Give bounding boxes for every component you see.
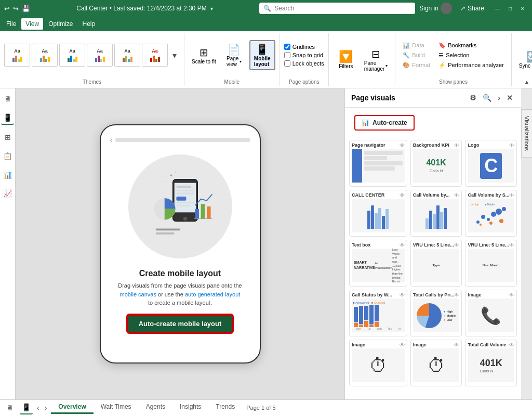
sidebar-mobile-icon[interactable]: 📱 [1,111,14,125]
gridlines-input[interactable] [284,44,290,50]
eye-icon-vru-1[interactable]: 👁 [454,242,459,248]
visual-total-calls[interactable]: 👁 Total Calls by Pri... ● High ● Middle … [410,290,462,336]
theme-5[interactable]: Aa [114,44,140,67]
performance-pane-btn[interactable]: ⚡ Performance analyzer [435,61,507,70]
visual-call-volume-s[interactable]: 👁 Call Volume by S... ● High ● Mobile [465,190,517,237]
search-input[interactable] [274,5,411,12]
theme-1[interactable]: Aa [4,44,30,67]
visual-text-box[interactable]: 👁 Text box SMART NARRATIVE At Visualizat… [349,240,407,287]
lock-objects-checkbox[interactable]: Lock objects [284,60,324,67]
filters-button[interactable]: 🔽 Filters [333,48,359,71]
auto-create-panel-button[interactable]: 📊 Auto-create [354,115,415,131]
tab-trends[interactable]: Trends [208,401,242,414]
eye-icon-call-volume[interactable]: 👁 [454,192,459,198]
themes-dropdown-btn[interactable]: ▾ [169,50,180,60]
sidebar-table-icon[interactable]: 📋 [1,150,14,162]
snap-to-grid-checkbox[interactable]: Snap to grid [284,52,324,58]
auto-create-chart-icon: 📊 [362,119,369,126]
selection-pane-btn[interactable]: ☰ Selection [435,51,507,60]
page-view-arrow[interactable]: ▾ [240,59,242,64]
visual-call-center[interactable]: 👁 CALL CENTER [349,190,407,237]
tab-overview[interactable]: Overview [51,401,93,414]
prev-page-button[interactable]: ‹ [35,403,42,413]
visual-call-status[interactable]: 👁 Call Status by W... ■ Answered ■ Queue… [349,290,407,336]
snap-to-grid-input[interactable] [284,52,290,58]
data-pane-btn[interactable]: 📊 Data [400,41,433,50]
eye-icon-vru-2[interactable]: 👁 [509,242,514,248]
menu-help[interactable]: Help [78,18,99,30]
sidebar-chart-icon[interactable]: 📈 [1,187,14,200]
visual-image-clock2[interactable]: 👁 Image ⏱ [410,340,462,386]
visual-logo[interactable]: 👁 Logo C [465,140,517,187]
eye-icon-total-volume[interactable]: 👁 [509,342,514,348]
undo-icon[interactable]: ↩ [4,5,10,12]
lock-objects-input[interactable] [284,60,290,67]
close-button[interactable]: ✕ [517,3,528,14]
search-bar[interactable]: 🔍 [259,3,415,14]
eye-icon-call-volume-s[interactable]: 👁 [509,192,514,198]
visual-page-navigator[interactable]: 👁 Page navigator [349,140,407,187]
user-avatar[interactable] [441,3,452,14]
theme-2[interactable]: Aa [32,44,58,67]
eye-icon-kpi[interactable]: 👁 [454,142,459,148]
desktop-view-icon[interactable]: 🖥 [4,401,16,414]
sidebar-grid-icon[interactable]: ⊞ [3,131,13,144]
visualizations-side-tab[interactable]: Visualizations [521,109,532,158]
eye-icon-call-status[interactable]: 👁 [400,292,405,298]
filter-header-icon[interactable]: ⚙ [468,93,478,103]
restore-button[interactable]: □ [505,3,515,14]
signin-area[interactable]: Sign in [419,3,452,14]
visual-call-volume[interactable]: 👁 Call Volume by... [410,190,462,237]
theme-4[interactable]: Aa [87,44,113,67]
menu-view[interactable]: View [21,18,43,30]
tab-agents[interactable]: Agents [139,401,172,414]
mobile-view-icon[interactable]: 📱 [20,401,33,414]
card-title-phone: Image [468,292,514,297]
auto-create-mobile-button[interactable]: Auto-create mobile layout [127,315,233,333]
close-panel-icon[interactable]: ✕ [504,93,515,103]
theme-6[interactable]: Aa [142,44,168,67]
eye-icon-call-center[interactable]: 👁 [400,192,405,198]
sync-slicers-button[interactable]: 🔄 Sync slicers [516,48,532,71]
scale-to-fit-button[interactable]: ⊞ Scale to fit [189,44,219,67]
visuals-scroll-area[interactable]: 👁 Page navigator [345,138,521,399]
eye-icon-logo[interactable]: 👁 [509,142,514,148]
theme-3[interactable]: Aa [59,44,85,67]
collapse-right-icon[interactable]: › [496,93,502,103]
ribbon-collapse-button[interactable]: ▲ [524,79,530,86]
search-header-icon[interactable]: 🔍 [481,93,494,103]
visual-vru-line-1[interactable]: 👁 VRU Line: 5 Line... Type [410,240,462,287]
visual-image-phone[interactable]: 👁 Image 📞 [465,290,517,336]
eye-icon-clock1[interactable]: 👁 [400,342,405,348]
kpi-num: 401K [426,158,446,167]
eye-icon-clock2[interactable]: 👁 [454,342,459,348]
eye-icon-navigator[interactable]: 👁 [400,142,405,148]
eye-icon-text-box[interactable]: 👁 [400,242,405,248]
title-dropdown[interactable]: ▾ [210,6,213,11]
redo-icon[interactable]: ↪ [13,5,19,12]
save-icon[interactable]: 💾 [22,5,30,12]
sidebar-bar-icon[interactable]: 📊 [1,168,14,181]
eye-icon-total-calls[interactable]: 👁 [454,292,459,298]
build-pane-btn[interactable]: 🔧 Build [400,51,433,60]
tab-insights[interactable]: Insights [172,401,208,414]
visual-background-kpi[interactable]: 👁 Background KPI 401K Calls N [410,140,462,187]
menu-optimize[interactable]: Optimize [44,18,77,30]
gridlines-checkbox[interactable]: Gridlines [284,44,324,50]
page-view-button[interactable]: 📄 Pageview ▾ [221,41,247,69]
minimize-button[interactable]: — [493,3,503,14]
visual-image-clock1[interactable]: 👁 Image ⏱ [349,340,407,386]
bookmarks-pane-btn[interactable]: 🔖 Bookmarks [435,41,507,50]
pane-manager-button[interactable]: ⊟ Panemanager ▾ [361,46,391,74]
sidebar-desktop-icon[interactable]: 🖥 [2,93,14,105]
tab-wait-times[interactable]: Wait Times [94,401,139,414]
format-pane-btn[interactable]: 🎨 Format [400,61,433,70]
eye-icon-phone[interactable]: 👁 [509,292,514,298]
visual-total-call-volume[interactable]: 👁 Total Call Volume 401K Calls N [465,340,517,386]
next-page-button[interactable]: › [43,403,49,413]
mobile-layout-button[interactable]: 📱 Mobilelayout [249,40,275,70]
share-button[interactable]: ↗ Share [455,3,489,14]
menu-file[interactable]: File [2,18,20,30]
visual-vru-line-2[interactable]: 👁 VRU Line: 5 Line... Nav: Month [465,240,517,287]
pane-manager-arrow[interactable]: ▾ [385,63,388,68]
